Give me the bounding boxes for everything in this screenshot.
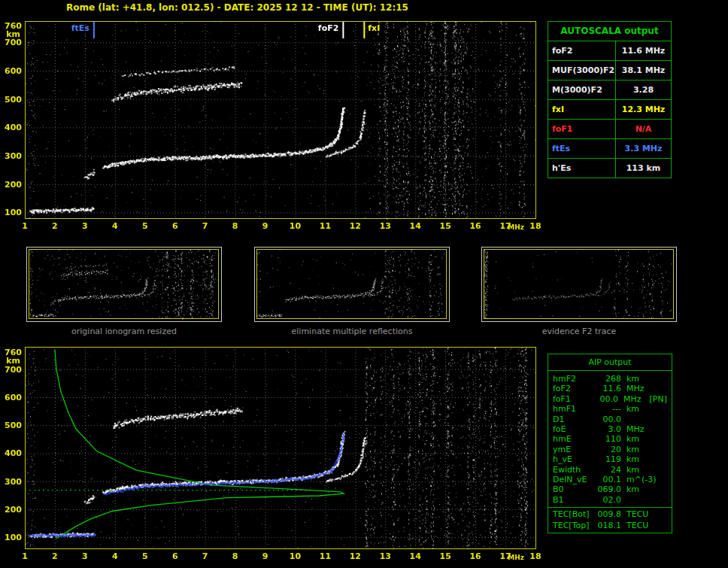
aip-value: 02.0: [596, 495, 626, 505]
autoscala-row: M(3000)F23.28: [548, 80, 671, 100]
aip-note: [654, 404, 667, 414]
autoscala-table-body: foF211.6 MHzMUF(3000)F238.1 MHzM(3000)F2…: [548, 41, 671, 178]
autoscala-param-value: 12.3 MHz: [616, 100, 671, 119]
aip-row: D100.0: [548, 415, 672, 424]
aip-name: D1: [553, 415, 596, 424]
aip-note: [654, 415, 667, 424]
autoscala-param-label: foF1: [548, 120, 616, 138]
aip-value: 00.0: [596, 415, 626, 424]
aip-value: 24: [596, 465, 626, 475]
bottom-ionogram-panel: [0, 342, 544, 568]
aip-unit: MHz: [626, 384, 654, 393]
aip-value: 110: [596, 434, 626, 444]
autoscala-param-value: 3.3 MHz: [616, 139, 671, 158]
aip-note: [654, 509, 667, 521]
aip-row: foF211.6MHz: [548, 384, 672, 393]
aip-note: [654, 465, 667, 475]
aip-row: hmF2268km: [548, 374, 672, 384]
autoscala-app-window: Rome (lat: +41.8, lon: 012.5) - DATE: 20…: [0, 0, 728, 568]
autoscala-param-value: 113 km: [616, 159, 671, 178]
aip-value: 3.0: [596, 424, 626, 434]
aip-unit: TECU: [626, 521, 654, 530]
autoscala-param-value: N/A: [616, 120, 671, 138]
aip-table-title: AIP output: [548, 354, 672, 371]
aip-note: [654, 445, 667, 454]
autoscala-param-label: ftEs: [548, 139, 616, 158]
aip-note: [654, 484, 667, 494]
autoscala-param-label: MUF(3000)F2: [548, 61, 616, 80]
top-ionogram-panel: [0, 17, 544, 241]
aip-row: B0069.0km: [548, 484, 672, 494]
aip-unit: m^(-3): [626, 475, 654, 484]
aip-value: 009.8: [596, 509, 626, 521]
aip-unit: km: [626, 484, 654, 494]
thumbnail-original-ionogram: [26, 247, 222, 322]
thumbnail-evidence-canvas: [482, 248, 676, 321]
aip-name: foF2: [553, 384, 596, 393]
autoscala-table-title: AUTOSCALA output: [548, 22, 671, 41]
autoscala-param-value: 3.28: [616, 80, 671, 99]
aip-name: foE: [553, 424, 596, 434]
autoscala-row: foF211.6 MHz: [548, 41, 671, 61]
aip-note: [PN]: [650, 394, 667, 404]
aip-row: DelN_vE00.1m^(-3): [548, 475, 672, 484]
aip-value: 018.1: [596, 521, 626, 530]
autoscala-row: fxI12.3 MHz: [548, 100, 671, 120]
autoscala-row: ftEs3.3 MHz: [548, 139, 671, 159]
autoscala-param-value: 38.1 MHz: [616, 61, 671, 80]
aip-note: [654, 454, 667, 464]
aip-value: 00.1: [596, 475, 626, 484]
thumbnail-eliminate-reflections: [254, 247, 450, 322]
aip-row: foE3.0MHz: [548, 424, 672, 434]
aip-unit: km: [626, 434, 654, 444]
aip-name: hmF2: [553, 374, 596, 384]
aip-name: B1: [553, 495, 596, 505]
aip-name: foF1: [553, 394, 595, 404]
aip-row: ymE20km: [548, 445, 672, 454]
bottom-ionogram-canvas: [0, 342, 544, 568]
aip-value: 119: [596, 454, 626, 464]
thumbnail-original-canvas: [27, 248, 221, 321]
aip-value: 069.0: [596, 484, 626, 494]
autoscala-output-table: AUTOSCALA output foF211.6 MHzMUF(3000)F2…: [548, 21, 672, 178]
thumbnail-evidence-f2: [481, 247, 677, 322]
aip-name: Ewidth: [553, 465, 596, 475]
aip-row: hmF1---km: [548, 404, 672, 414]
aip-unit: km: [626, 445, 654, 454]
station-date-time-title: Rome (lat: +41.8, lon: 012.5) - DATE: 20…: [66, 2, 408, 13]
aip-unit: km: [626, 404, 654, 414]
thumbnail-caption-original: original ionogram resized: [26, 327, 222, 336]
aip-output-table: AIP output hmF2268kmfoF211.6MHzfoF100.0M…: [548, 354, 672, 533]
aip-unit: MHz: [626, 424, 654, 434]
aip-unit: [626, 415, 654, 424]
thumbnail-eliminate-canvas: [255, 248, 449, 321]
aip-name: hmF1: [553, 404, 596, 414]
aip-unit: km: [626, 465, 654, 475]
aip-note: [654, 424, 667, 434]
autoscala-row: foF1N/A: [548, 120, 671, 139]
aip-unit: [626, 495, 654, 505]
aip-row: h_vE119km: [548, 454, 672, 464]
autoscala-row: MUF(3000)F238.1 MHz: [548, 61, 671, 80]
aip-value: ---: [596, 404, 626, 414]
aip-name: B0: [553, 484, 596, 494]
aip-row: TEC[Top]018.1TECU: [548, 521, 672, 530]
aip-row: TEC[Bot]009.8TECU: [548, 507, 672, 521]
aip-table-body: hmF2268kmfoF211.6MHzfoF100.0MHz[PN]hmF1-…: [548, 374, 672, 530]
aip-name: DelN_vE: [553, 475, 596, 484]
aip-name: TEC[Top]: [553, 521, 596, 530]
autoscala-param-label: fxI: [548, 100, 616, 119]
aip-note: [654, 521, 667, 530]
aip-unit: MHz: [623, 394, 649, 404]
aip-value: 20: [596, 445, 626, 454]
autoscala-param-label: foF2: [548, 41, 616, 60]
aip-unit: km: [626, 454, 654, 464]
aip-value: 00.0: [595, 394, 624, 404]
aip-row: Ewidth24km: [548, 465, 672, 475]
thumbnail-caption-eliminate: eliminate multiple reflections: [254, 327, 450, 336]
aip-note: [654, 384, 667, 393]
aip-note: [654, 434, 667, 444]
aip-row: hmE110km: [548, 434, 672, 444]
aip-row: B102.0: [548, 495, 672, 505]
autoscala-param-value: 11.6 MHz: [616, 41, 671, 60]
